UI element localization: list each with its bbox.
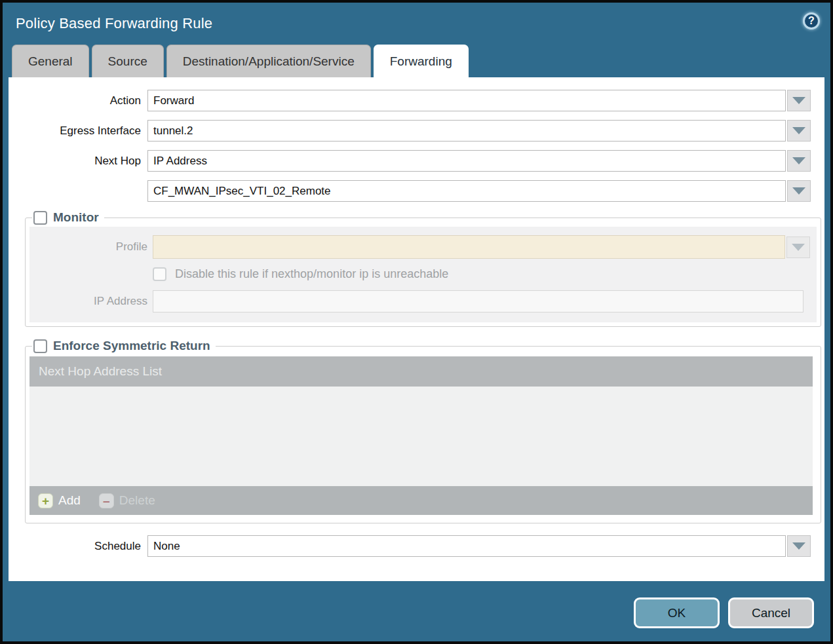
monitor-section: Monitor Profile Disable this rule if nex… [25, 210, 821, 327]
schedule-input[interactable] [147, 535, 786, 557]
monitor-body: Profile Disable this rule if nexthop/mon… [29, 227, 817, 322]
action-label: Action [9, 94, 147, 107]
action-input[interactable] [147, 90, 786, 111]
dialog-title: Policy Based Forwarding Rule [3, 15, 212, 32]
enforce-symmetric-return-section: Enforce Symmetric Return Next Hop Addres… [25, 339, 821, 523]
egress-interface-label: Egress Interface [9, 124, 147, 138]
next-hop-address-list-table: Next Hop Address List + Add – Delete [29, 356, 813, 515]
cancel-button[interactable]: Cancel [728, 597, 814, 628]
monitor-legend: Monitor [32, 210, 104, 225]
next-hop-row: Next Hop [9, 150, 824, 172]
disable-rule-row: Disable this rule if nexthop/monitor ip … [153, 267, 810, 281]
forwarding-tab-panel: Action Egress Interface Next Hop [9, 77, 824, 581]
tab-destination-application-service[interactable]: Destination/Application/Service [166, 45, 371, 77]
next-hop-address-dropdown-button[interactable] [787, 180, 811, 202]
enforce-symmetric-return-legend: Enforce Symmetric Return [32, 339, 216, 353]
egress-interface-dropdown-button[interactable] [787, 120, 811, 142]
next-hop-combo [147, 150, 811, 172]
next-hop-address-list-body[interactable] [29, 387, 813, 486]
monitor-ip-address-row: IP Address [29, 290, 810, 313]
tab-strip: General Source Destination/Application/S… [3, 45, 830, 77]
chevron-down-icon [792, 187, 805, 195]
next-hop-type-input[interactable] [147, 150, 786, 172]
ok-button[interactable]: OK [634, 597, 720, 628]
profile-dropdown-button [786, 237, 810, 258]
profile-label: Profile [29, 240, 147, 254]
monitor-checkbox[interactable] [33, 211, 47, 225]
tab-forwarding[interactable]: Forwarding [374, 45, 469, 77]
tab-source[interactable]: Source [92, 45, 164, 77]
schedule-label: Schedule [9, 540, 147, 553]
next-hop-dropdown-button[interactable] [787, 150, 811, 172]
dialog-footer: OK Cancel [3, 581, 830, 639]
chevron-down-icon [792, 244, 805, 251]
disable-rule-label: Disable this rule if nexthop/monitor ip … [175, 267, 448, 281]
enforce-symmetric-return-legend-label: Enforce Symmetric Return [53, 339, 210, 353]
enforce-symmetric-return-checkbox[interactable] [33, 339, 47, 353]
add-button[interactable]: + Add [38, 493, 81, 508]
next-hop-label: Next Hop [9, 155, 147, 168]
chevron-down-icon [792, 97, 805, 104]
action-dropdown-button[interactable] [787, 90, 811, 111]
egress-interface-combo [147, 120, 811, 142]
chevron-down-icon [792, 542, 805, 550]
tab-general[interactable]: General [12, 45, 89, 77]
next-hop-address-combo [147, 180, 811, 202]
next-hop-address-input[interactable] [147, 180, 786, 202]
schedule-row: Schedule [9, 535, 824, 557]
schedule-combo [147, 535, 811, 557]
next-hop-address-row [9, 180, 824, 202]
monitor-legend-label: Monitor [53, 210, 99, 225]
delete-button-label: Delete [119, 493, 155, 508]
title-bar: Policy Based Forwarding Rule ? [3, 3, 830, 45]
delete-button: – Delete [99, 493, 155, 508]
chevron-down-icon [792, 157, 805, 164]
profile-row: Profile [29, 235, 810, 259]
plus-icon: + [38, 493, 53, 508]
monitor-ip-address-input [153, 290, 804, 313]
profile-input [153, 235, 785, 259]
egress-interface-row: Egress Interface [9, 120, 824, 142]
policy-based-forwarding-dialog: Policy Based Forwarding Rule ? General S… [3, 3, 830, 641]
action-row: Action [9, 90, 824, 111]
schedule-dropdown-button[interactable] [787, 535, 811, 557]
action-combo [147, 90, 811, 111]
next-hop-address-list-toolbar: + Add – Delete [29, 486, 813, 515]
minus-icon: – [99, 493, 114, 508]
monitor-ip-address-label: IP Address [29, 295, 147, 308]
egress-interface-input[interactable] [147, 120, 786, 142]
next-hop-address-list-header: Next Hop Address List [29, 356, 813, 387]
chevron-down-icon [792, 127, 805, 134]
help-icon[interactable]: ? [803, 12, 820, 29]
add-button-label: Add [58, 493, 81, 508]
disable-rule-checkbox [153, 267, 166, 281]
